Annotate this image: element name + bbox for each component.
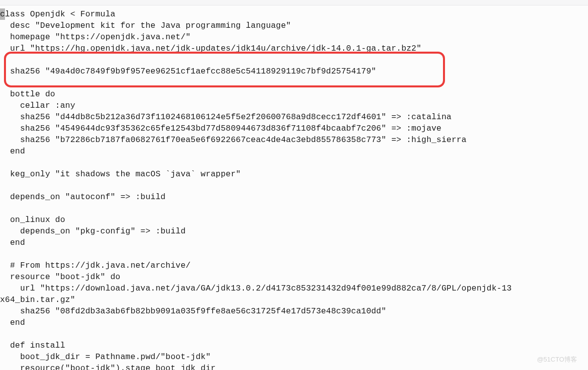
code-line: x64_bin.tar.gz" (0, 295, 75, 304)
code-line: cellar :any (0, 101, 75, 110)
cursor: c (0, 8, 5, 20)
code-line: url "https://download.java.net/java/GA/j… (0, 284, 512, 293)
code-line: sha256 "b72286cb7187fa0682761f70ea5e6f69… (0, 135, 466, 145)
code-line: end (0, 238, 25, 247)
code-line: def install (0, 341, 65, 350)
code-line: keg_only "it shadows the macOS `java` wr… (0, 169, 241, 179)
code-line: resource "boot-jdk" do (0, 272, 120, 282)
code-line: sha256 "d44db8c5b212a36d73f1102468106124… (0, 112, 451, 122)
code-block[interactable]: class Openjdk < Formula desc "Developmen… (0, 5, 588, 370)
code-line: resource("boot-jdk").stage boot_jdk_dir (0, 364, 216, 370)
code-line: depends_on "pkg-config" => :build (0, 226, 186, 236)
window-topbar (0, 0, 588, 5)
code-line: url "https://hg.openjdk.java.net/jdk-upd… (0, 44, 422, 53)
code-line: on_linux do (0, 215, 65, 224)
watermark-text: @51CTO博客 (537, 355, 577, 364)
code-line: depends_on "autoconf" => :build (0, 192, 165, 202)
code-line: end (0, 147, 25, 156)
code-line: desc "Development kit for the Java progr… (0, 21, 291, 30)
code-line: bottle do (0, 89, 55, 99)
code-line: sha256 "49a4d0c7849f9b9f957ee96251cf1aef… (0, 67, 376, 76)
code-line: lass Openjdk < Formula (5, 9, 115, 19)
code-line: end (0, 318, 25, 327)
code-line: boot_jdk_dir = Pathname.pwd/"boot-jdk" (0, 352, 211, 362)
code-line: homepage "https://openjdk.java.net/" (0, 32, 191, 42)
code-line: # From https://jdk.java.net/archive/ (0, 261, 191, 270)
code-line: sha256 "4549644dc93f35362c65fe12543bd77d… (0, 124, 441, 133)
code-line: sha256 "08fd2db3a3ab6fb82bb9091a035f9ffe… (0, 306, 386, 316)
